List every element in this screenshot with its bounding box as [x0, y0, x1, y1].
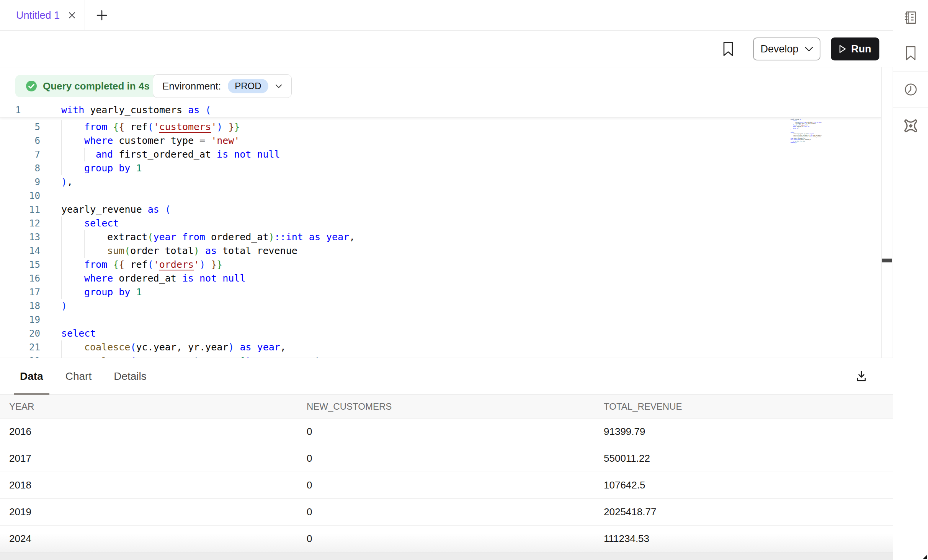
line-number: 15 — [0, 258, 40, 272]
line-number: 14 — [0, 244, 40, 258]
toolbar: Develop Run — [0, 31, 893, 67]
new-tab-button[interactable] — [88, 0, 116, 31]
download-icon — [854, 369, 869, 384]
tab-bar: Untitled 1 — [0, 0, 893, 31]
sidebar-button-history[interactable] — [893, 72, 928, 108]
code-line: 20select — [0, 327, 881, 340]
table-cell: 550011.22 — [604, 453, 893, 464]
line-number: 1 — [15, 103, 21, 117]
code-line: 5from {{ ref('customers') }} — [0, 120, 881, 134]
code-line: 12select — [0, 217, 881, 230]
column-header: TOTAL_REVENUE — [604, 401, 893, 412]
code-line: 13extract(year from ordered_at)::int as … — [0, 230, 881, 244]
notebook-panel-icon — [903, 10, 919, 26]
line-number: 12 — [0, 217, 40, 230]
column-header: NEW_CUSTOMERS — [307, 401, 604, 412]
line-number: 17 — [0, 285, 40, 299]
sidebar-button-bookmark[interactable] — [893, 35, 928, 72]
results-table-header: YEARNEW_CUSTOMERSTOTAL_REVENUE — [0, 395, 893, 418]
code-line: 15from {{ ref('orders') }} — [0, 258, 881, 272]
code-line: 21coalesce(yc.year, yr.year) as year, — [0, 340, 881, 354]
sticky-scroll-line: 1with yearly_customers as ( — [0, 103, 881, 117]
table-cell: 2025418.77 — [604, 506, 893, 518]
results-tab-details[interactable]: Details — [108, 358, 153, 394]
run-button[interactable]: Run — [831, 37, 879, 60]
code-line: 16where ordered_at is not null — [0, 272, 881, 285]
line-number: 21 — [0, 340, 40, 354]
sidebar-button-notebook-panel[interactable] — [893, 0, 928, 35]
table-cell: 0 — [307, 426, 604, 438]
table-cell: 107642.5 — [604, 479, 893, 491]
tab-label: Untitled 1 — [16, 10, 60, 21]
history-icon — [903, 81, 919, 98]
column-header: YEAR — [9, 401, 307, 412]
table-cell: 91399.79 — [604, 426, 893, 438]
line-number: 10 — [0, 189, 40, 203]
line-number: 18 — [0, 299, 40, 313]
line-number: 20 — [0, 327, 40, 340]
table-cell: 0 — [307, 479, 604, 491]
table-cell: 2016 — [9, 426, 307, 438]
line-number: 11 — [0, 203, 40, 217]
code-line: 11yearly_revenue as ( — [0, 203, 881, 217]
code-line: 10 — [0, 189, 881, 203]
bookmark-query-button[interactable] — [718, 38, 738, 60]
table-cell: 0 — [307, 533, 604, 545]
chevron-down-icon — [805, 47, 813, 52]
develop-label: Develop — [760, 43, 798, 55]
table-cell: 2018 — [9, 479, 307, 491]
close-tab-icon[interactable] — [67, 11, 77, 20]
sidebar-button-lineage[interactable] — [893, 108, 928, 144]
bookmark-icon — [722, 41, 735, 57]
line-number: 8 — [0, 161, 40, 175]
sql-editor[interactable]: Query completed in 4s Environment: PROD … — [0, 67, 881, 358]
horizontal-scrollbar-track[interactable] — [0, 552, 893, 560]
plus-icon — [95, 9, 108, 22]
code-line: 14sum(order_total) as total_revenue — [0, 244, 881, 258]
run-label: Run — [851, 43, 871, 55]
line-number: 9 — [0, 175, 40, 189]
table-cell: 2019 — [9, 506, 307, 518]
editor-scrollbar-thumb[interactable] — [882, 259, 892, 262]
table-row: 20180107642.5 — [0, 472, 893, 499]
right-icon-sidebar — [893, 0, 928, 560]
table-cell: 111234.53 — [604, 533, 893, 545]
table-cell: 2017 — [9, 453, 307, 464]
results-tab-bar: DataChartDetails — [0, 358, 893, 395]
line-number: 7 — [0, 148, 40, 161]
table-cell: 0 — [307, 453, 604, 464]
results-panel: DataChartDetails YEARNEW_CUSTOMERSTOTAL_… — [0, 358, 893, 560]
table-row: 2016091399.79 — [0, 418, 893, 445]
code-line: 19 — [0, 313, 881, 327]
play-icon — [839, 44, 846, 54]
editor-scrollbar-track[interactable] — [881, 67, 892, 358]
line-number: 6 — [0, 134, 40, 148]
editor-tab-untitled-1[interactable]: Untitled 1 — [0, 0, 85, 31]
results-tab-data[interactable]: Data — [14, 358, 49, 394]
bookmark-icon — [904, 45, 917, 61]
code-line: 9), — [0, 175, 881, 189]
table-row: 201902025418.77 — [0, 499, 893, 526]
code-line: 7and first_ordered_at is not null — [0, 148, 881, 161]
table-cell: 0 — [307, 506, 604, 518]
line-number: 16 — [0, 272, 40, 285]
code-line: 22coalesce(yc.new_customers, 0) as new_c… — [0, 354, 881, 358]
code-line: 17group by 1 — [0, 285, 881, 299]
app-window: Untitled 1 Develop Run Query completed i… — [0, 0, 928, 560]
line-number: 19 — [0, 313, 40, 327]
lineage-icon — [902, 117, 919, 134]
develop-dropdown[interactable]: Develop — [753, 37, 820, 60]
line-number: 13 — [0, 230, 40, 244]
table-row: 20170550011.22 — [0, 445, 893, 472]
results-tab-chart[interactable]: Chart — [59, 358, 98, 394]
code-line: 8group by 1 — [0, 161, 881, 175]
code-line: 6where customer_type = 'new' — [0, 134, 881, 148]
resize-grip-icon[interactable] — [922, 554, 928, 560]
table-cell: 2024 — [9, 533, 307, 545]
download-results-button[interactable] — [851, 366, 871, 386]
code-line: 18) — [0, 299, 881, 313]
table-row: 20240111234.53 — [0, 526, 893, 552]
results-table-body: 2016091399.7920170550011.2220180107642.5… — [0, 418, 893, 552]
line-number: 22 — [0, 354, 40, 358]
line-number: 5 — [0, 120, 40, 134]
